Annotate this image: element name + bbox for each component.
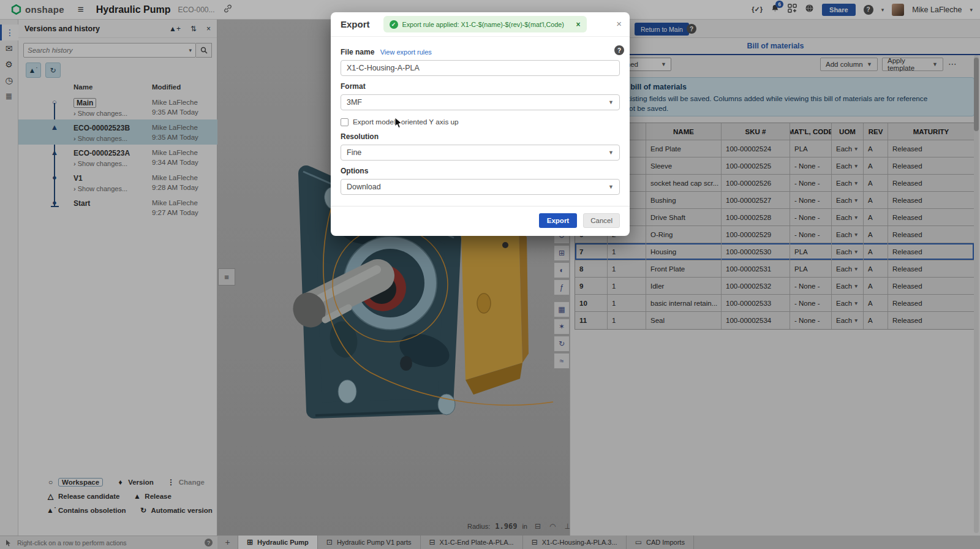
bill-of-materials-tab[interactable]: Bill of materials <box>747 42 804 50</box>
side-tool-button[interactable]: ⊞ <box>554 245 570 261</box>
format-select[interactable]: 3MF▼ <box>341 94 620 110</box>
side-tool-button[interactable]: ◐ <box>554 262 570 278</box>
filter-button[interactable]: ▲˙ <box>26 62 41 78</box>
show-changes-link[interactable]: Show changes... <box>74 160 151 167</box>
status-help-icon[interactable]: ? <box>205 539 213 547</box>
side-tool-button[interactable]: ✶ <box>554 319 570 335</box>
bom-row[interactable]: 10 1 basic internal retain... 100-000025… <box>575 295 974 312</box>
cancel-button[interactable]: Cancel <box>583 213 620 228</box>
show-changes-link[interactable]: Show changes... <box>74 110 151 117</box>
document-tab[interactable]: ▭ CAD Imports <box>627 536 694 549</box>
versions-header-icon[interactable]: ▲+ <box>169 25 181 33</box>
bom-row[interactable]: End Plate 100-00002524 PLA Each▼ A Relea… <box>575 140 974 157</box>
uom-select[interactable]: Each▼ <box>832 226 864 243</box>
document-tab[interactable]: ⊟ X1-C-End Plate-A-PLA... <box>421 536 523 549</box>
filter-button[interactable]: ↻ <box>45 62 61 78</box>
search-button[interactable] <box>196 43 212 58</box>
show-changes-link[interactable]: Show changes... <box>74 185 151 192</box>
version-modified: Mike LaFleche 9:28 AM Today <box>152 173 198 192</box>
bom-row[interactable]: socket head cap scr... 100-00002526 - No… <box>575 175 974 192</box>
uom-select[interactable]: Each▼ <box>832 140 864 157</box>
bom-row[interactable]: 11 1 Seal 100-00002534 - None - Each▼ A … <box>575 312 974 329</box>
rail-item[interactable]: ⚙ <box>0 56 18 72</box>
globe-icon[interactable] <box>805 4 814 15</box>
side-tool-button[interactable]: ↻ <box>554 336 570 352</box>
search-history-box[interactable]: ▾ <box>23 43 196 58</box>
bom-row[interactable]: Drive Shaft 100-00002528 - None - Each▼ … <box>575 209 974 226</box>
menu-icon[interactable]: ≡ <box>78 4 84 16</box>
uom-select[interactable]: Each▼ <box>832 192 864 208</box>
format-label: Format <box>341 82 620 91</box>
uom-select[interactable]: Each▼ <box>832 260 864 277</box>
return-to-main-button[interactable]: Return to Main <box>635 23 689 36</box>
export-button[interactable]: Export <box>539 213 577 228</box>
show-changes-link[interactable]: Show changes... <box>74 135 151 142</box>
measure-tool-icon[interactable]: ◠ <box>549 522 556 531</box>
measure-tool-icon[interactable]: ⊟ <box>535 522 541 531</box>
user-name[interactable]: Mike LaFleche <box>912 6 962 14</box>
document-tab[interactable]: ⊞ Hydraulic Pump <box>238 536 318 549</box>
document-tab[interactable]: ⊡ Hydraulic Pump V1 parts <box>318 536 421 549</box>
avatar[interactable] <box>892 4 904 16</box>
uom-select[interactable]: Each▼ <box>832 312 864 329</box>
bom-scrollbar[interactable] <box>974 55 979 533</box>
banner-close-icon[interactable]: × <box>576 20 581 29</box>
uom-select[interactable]: Each▼ <box>832 278 864 294</box>
version-row[interactable]: ▲ ECO-00002523B Show changes... Mike LaF… <box>18 119 217 145</box>
rail-item[interactable]: ⋮ <box>0 25 18 40</box>
options-select[interactable]: Download▼ <box>341 179 620 195</box>
bom-row[interactable]: 9 1 Idler 100-00002532 - None - Each▼ A … <box>575 278 974 295</box>
rail-item[interactable]: ◷ <box>0 72 18 88</box>
onshape-logo[interactable]: onshape <box>11 4 64 15</box>
dialog-close-icon[interactable]: × <box>616 18 622 29</box>
panel-handle-button[interactable]: ≡ <box>218 268 235 286</box>
help-icon[interactable]: ? <box>864 5 873 15</box>
bom-help-icon[interactable]: ? <box>687 24 696 34</box>
share-button[interactable]: Share <box>822 4 856 16</box>
search-history-input[interactable] <box>28 47 189 54</box>
legend-item: ▲˙Contains obsoletion <box>47 506 126 515</box>
measurement-readout: Radius: 1.969 in ⊟◠⊥ <box>467 522 571 531</box>
side-tool-button[interactable]: ▦ <box>554 301 570 317</box>
notifications-bell-icon[interactable]: 6 <box>771 4 780 15</box>
overflow-menu-icon[interactable]: ⋯ <box>948 59 957 69</box>
version-row[interactable]: ● Start Mike LaFleche 9:27 AM Today <box>18 195 217 220</box>
apply-template-button[interactable]: Apply template▼ <box>882 58 943 71</box>
view-export-rules-link[interactable]: View export rules <box>380 48 432 56</box>
version-node-icon: ▲ <box>49 123 60 132</box>
uom-select[interactable]: Each▼ <box>832 243 864 260</box>
pump-housing-yellow[interactable] <box>461 228 522 380</box>
featurescript-icon[interactable]: {✓} <box>752 6 763 13</box>
chevron-down-icon: ▼ <box>661 61 666 67</box>
orient-y-checkbox[interactable] <box>341 118 349 126</box>
resolution-select[interactable]: Fine▼ <box>341 145 620 161</box>
link-icon[interactable] <box>224 4 232 15</box>
bom-row[interactable]: 8 1 Front Plate 100-00002531 PLA Each▼ A… <box>575 260 974 278</box>
side-tool-button[interactable]: ƒ <box>554 279 570 295</box>
bom-row[interactable]: 6 2 O-Ring 100-00002529 - None - Each▼ A… <box>575 226 974 243</box>
rail-item[interactable]: ≣ <box>0 88 18 104</box>
version-row[interactable]: ▲ ECO-00002523A Show changes... Mike LaF… <box>18 145 217 170</box>
uom-select[interactable]: Each▼ <box>832 295 864 311</box>
bom-row[interactable]: Sleeve 100-00002525 - None - Each▼ A Rel… <box>575 157 974 175</box>
version-row[interactable]: ● V1 Show changes... Mike LaFleche 9:28 … <box>18 170 217 195</box>
apps-grid-icon[interactable] <box>788 4 797 15</box>
version-row[interactable]: ○ Main Show changes... Mike LaFleche 9:3… <box>18 94 217 119</box>
uom-select[interactable]: Each▼ <box>832 157 864 174</box>
document-tab[interactable]: ⊟ X1-C-Housing-A-PLA.3... <box>523 536 627 549</box>
file-name-input[interactable] <box>341 60 620 76</box>
search-caret-icon[interactable]: ▾ <box>189 47 192 53</box>
add-tab-button[interactable]: + <box>217 536 238 549</box>
dialog-help-icon[interactable]: ? <box>614 45 624 55</box>
bom-row[interactable]: 7 1 Housing 100-00002530 PLA Each▼ A Rel… <box>575 243 974 260</box>
document-title: Hydraulic Pump <box>96 4 171 15</box>
scrollbar-thumb[interactable] <box>974 58 979 131</box>
uom-select[interactable]: Each▼ <box>832 209 864 225</box>
uom-select[interactable]: Each▼ <box>832 175 864 191</box>
side-tool-button[interactable]: ≈ <box>554 353 570 369</box>
bom-row[interactable]: Bushing 100-00002527 - None - Each▼ A Re… <box>575 192 974 209</box>
add-column-button[interactable]: Add column▼ <box>820 58 878 71</box>
rail-item[interactable]: ✉ <box>0 40 18 56</box>
versions-header-icon[interactable]: × <box>206 25 211 33</box>
versions-header-icon[interactable]: ⇅ <box>190 25 197 33</box>
